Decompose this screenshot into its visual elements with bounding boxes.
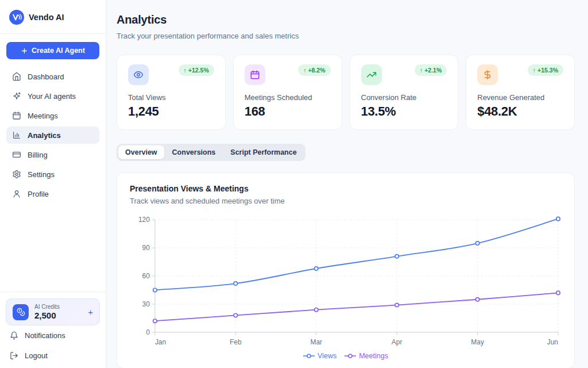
sidebar-item-analytics[interactable]: Analytics [6,126,99,144]
coins-icon [13,304,29,320]
brand: Vendo AI [0,0,106,34]
stat-value: $48.2K [477,104,563,119]
stat-card-conversion-rate: ↑+2.1% Conversion Rate 13.5% [350,55,459,130]
views-meetings-chart: 0306090120JanFebMarAprMayJun [130,213,562,351]
svg-text:Mar: Mar [310,338,322,346]
svg-text:90: 90 [142,244,150,252]
svg-text:60: 60 [142,272,150,280]
change-badge: ↑+8.2% [298,64,330,76]
gear-icon [12,170,21,179]
stat-label: Conversion Rate [361,93,447,102]
stat-label: Revenue Generated [477,93,563,102]
sidebar-footer: AI Credits 2,500 + Notifications Logout [0,292,106,368]
legend-item-meetings: Meetings [345,352,388,360]
stats-grid: ↑+12.5% Total Views 1,245 ↑+8.2% Meeting… [117,55,575,130]
vendo-logo-icon [9,10,24,25]
stat-label: Meetings Scheduled [245,93,331,102]
stat-card-total-views: ↑+12.5% Total Views 1,245 [117,55,226,130]
ai-credits-card[interactable]: AI Credits 2,500 + [6,298,100,325]
svg-text:Apr: Apr [392,338,403,346]
ai-credits-value: 2,500 [34,310,60,320]
svg-text:0: 0 [146,328,150,336]
page-subtitle: Track your presentation performance and … [117,32,575,40]
sidebar-item-profile[interactable]: Profile [6,185,99,202]
tab-overview[interactable]: Overview [118,145,164,159]
sidebar-item-settings[interactable]: Settings [6,166,99,183]
sidebar: Vendo AI Create AI Agent Dashboard Your … [0,0,106,368]
create-ai-agent-button[interactable]: Create AI Agent [6,42,99,59]
arrow-up-icon: ↑ [184,67,187,74]
trending-up-icon [361,64,382,85]
change-badge: ↑+15.3% [528,64,563,76]
sidebar-item-billing[interactable]: Billing [6,146,99,163]
legend-marker-icon [303,353,315,359]
arrow-up-icon: ↑ [303,67,306,74]
tab-conversions[interactable]: Conversions [165,145,223,159]
sidebar-item-your-ai-agents[interactable]: Your AI agents [6,87,99,105]
legend-label: Meetings [359,352,388,360]
legend-marker-icon [345,353,356,359]
arrow-up-icon: ↑ [533,67,536,74]
sidebar-nav: Dashboard Your AI agents Meetings Analyt… [6,68,99,202]
plus-icon [21,47,28,55]
legend-label: Views [318,352,336,360]
logout-icon [10,351,18,360]
change-badge: ↑+12.5% [179,64,214,76]
stat-value: 168 [245,104,331,119]
change-badge: ↑+2.1% [415,64,447,76]
user-icon [12,189,21,198]
chart-subtitle: Track views and scheduled meetings over … [130,197,562,205]
tab-script-performance[interactable]: Script Performance [223,145,303,159]
logout-button[interactable]: Logout [6,346,100,366]
legend-item-views: Views [303,352,336,360]
arrow-up-icon: ↑ [420,67,423,74]
ai-credits-label: AI Credits [34,304,60,310]
stat-card-revenue-generated: ↑+15.3% Revenue Generated $48.2K [466,55,575,130]
sparkles-icon [12,91,21,101]
stat-card-meetings-scheduled: ↑+8.2% Meetings Scheduled 168 [233,55,342,130]
bell-icon [10,331,18,340]
eye-icon [128,64,149,85]
calendar-icon [12,111,21,120]
stat-label: Total Views [128,93,214,102]
sidebar-item-meetings[interactable]: Meetings [6,107,99,124]
stat-value: 13.5% [361,104,447,119]
add-credits-button[interactable]: + [88,307,93,317]
notifications-button[interactable]: Notifications [6,325,100,346]
brand-name: Vendo AI [29,13,64,22]
svg-text:Jun: Jun [547,338,558,346]
sidebar-body: Create AI Agent Dashboard Your AI agents… [0,34,106,292]
chart-legend: ViewsMeetings [130,352,562,362]
stat-value: 1,245 [128,104,214,119]
svg-text:May: May [471,338,484,346]
credit-card-icon [12,150,21,159]
svg-text:Jan: Jan [155,338,166,346]
svg-text:30: 30 [142,300,150,308]
page-title: Analytics [117,13,575,26]
analytics-tabs: Overview Conversions Script Performance [117,144,305,161]
chart-title: Presentation Views & Meetings [130,184,562,193]
sidebar-item-dashboard[interactable]: Dashboard [6,68,99,85]
home-icon [12,72,21,81]
bar-chart-icon [12,131,21,140]
svg-text:120: 120 [138,216,150,224]
main-content: Analytics Track your presentation perfor… [106,0,588,368]
chart-card: Presentation Views & Meetings Track view… [117,172,575,368]
svg-text:Feb: Feb [230,338,242,346]
dollar-icon [477,64,498,85]
calendar-icon [245,64,265,85]
